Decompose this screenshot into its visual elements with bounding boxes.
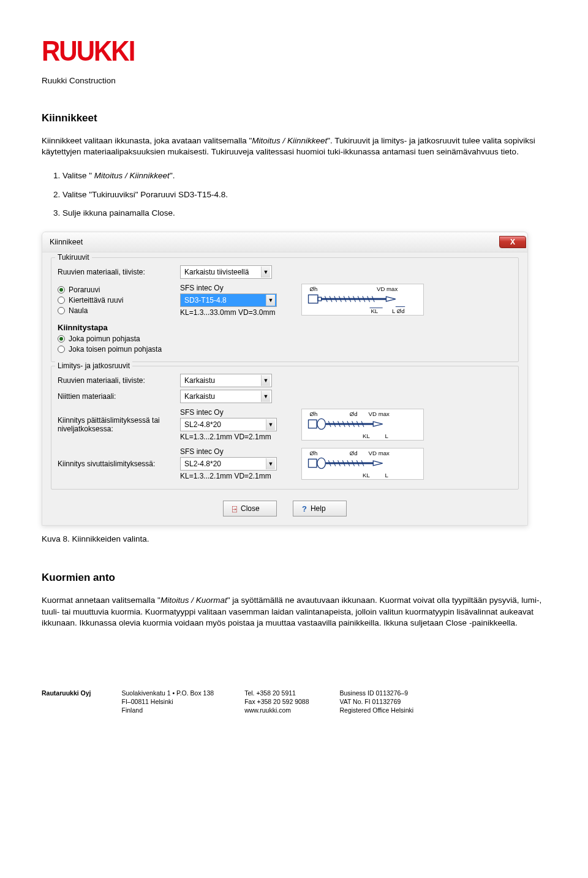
- step-3: Sulje ikkuna painamalla Close.: [62, 206, 546, 221]
- svg-text:VD max: VD max: [369, 411, 390, 417]
- footer-line: Fax +358 20 592 9088: [244, 697, 309, 706]
- close-icon: X: [510, 238, 515, 246]
- chevron-down-icon: ▼: [261, 267, 270, 278]
- label-sivuttaislimitys: Kiinnitys sivuttaislimityksessä:: [58, 460, 180, 468]
- diag-label-oh: Øh: [309, 286, 317, 292]
- logo: RUUKKI: [42, 36, 546, 68]
- group-limitys: Limitys- ja jatkosruuvit Ruuvien materia…: [51, 366, 519, 490]
- body2-italic: Mitoitus / Kuormat: [160, 596, 227, 605]
- combo-value: Karkaistu: [184, 376, 215, 385]
- label-paittaislimitys: Kiinnitys päittäislimityksessä tai nivel…: [58, 416, 180, 434]
- label-sfs-1: SFS intec Oy: [180, 284, 224, 292]
- step-1: Valitse " Mitoitus / Kiinnikkeet".: [62, 168, 546, 183]
- section-title-kiinnikkeet: Kiinnikkeet: [42, 112, 546, 124]
- step-1-pre: Valitse ": [62, 171, 94, 180]
- radio-naula[interactable]: Naula: [58, 306, 180, 315]
- door-exit-icon: ⍈: [232, 504, 237, 513]
- step-3-text: Sulje ikkuna painamalla Close.: [62, 208, 175, 218]
- svg-text:Øh: Øh: [309, 450, 317, 456]
- svg-marker-31: [373, 422, 382, 427]
- footer-line: VAT No. FI 01132769: [340, 697, 414, 706]
- step-2: Valitse "Tukiruuviksi" Poraruuvi SD3-T15…: [62, 187, 546, 202]
- figure-caption: Kuva 8. Kiinnikkeiden valinta.: [42, 534, 546, 543]
- label-ruuvien-materiaali-1: Ruuvien materiaali, tiiviste:: [58, 268, 180, 276]
- radio-icon: [58, 297, 65, 304]
- section-title-kuormien-anto: Kuormien anto: [42, 572, 546, 584]
- label-dim-3: KL=1.3...2.1mm VD=2.1mm: [180, 472, 271, 480]
- footer-line: Registered Office Helsinki: [340, 706, 414, 714]
- help-button[interactable]: ? Help: [293, 501, 347, 517]
- footer-line: Suolakivenkatu 1 • P.O. Box 138: [122, 689, 214, 697]
- steps-list: Valitse " Mitoitus / Kiinnikkeet". Valit…: [62, 168, 546, 221]
- chevron-down-icon: ▼: [266, 295, 275, 306]
- radio-icon: [58, 307, 65, 314]
- label-sfs-2: SFS intec Oy: [180, 408, 224, 417]
- close-button[interactable]: ⍈ Close: [223, 501, 277, 517]
- combo-value: SL2-4.8*20: [184, 420, 221, 429]
- radio-icon: [58, 335, 65, 342]
- svg-rect-1: [318, 297, 322, 301]
- combo-screw-model-2[interactable]: SL2-4.8*20 ▼: [180, 418, 277, 431]
- group-limitys-label: Limitys- ja jatkosruuvit: [55, 361, 132, 370]
- page-footer: Rautaruukki Oyj Suolakivenkatu 1 • P.O. …: [0, 689, 588, 715]
- label-dim-1: KL=1.3...33.0mm VD=3.0mm: [180, 308, 275, 317]
- footer-line: FI–00811 Helsinki: [122, 697, 214, 706]
- svg-text:Ød: Ød: [350, 411, 358, 417]
- screw-diagram-1: Øh VD max: [301, 284, 424, 316]
- combo-screw-model-3[interactable]: SL2-4.8*20 ▼: [180, 457, 277, 471]
- screw-diagram-3: Øh Ød VD max: [301, 448, 424, 480]
- step-1-italic: Mitoitus / Kiinnikkeet: [94, 171, 170, 180]
- label-ruuvien-materiaali-2: Ruuvien materiaali, tiiviste:: [58, 376, 180, 385]
- dialog-title: Kiinnikeet: [50, 238, 83, 246]
- radio-label: Joka toisen poimun pohjasta: [69, 345, 162, 354]
- combo-ruuvien-materiaali-2[interactable]: Karkaistu ▼: [180, 374, 272, 387]
- radio-joka-poimun[interactable]: Joka poimun pohjasta: [58, 335, 512, 343]
- help-icon: ?: [302, 504, 307, 513]
- group-tukiruuvit-label: Tukiruuvit: [55, 253, 92, 262]
- footer-contact: Tel. +358 20 5911 Fax +358 20 592 9088 w…: [244, 689, 309, 715]
- dialog-kiinnikkeet: Kiinnikeet X Tukiruuvit Ruuvien materiaa…: [42, 232, 528, 526]
- close-button-label: Close: [241, 504, 260, 513]
- footer-line: Tel. +358 20 5911: [244, 689, 309, 697]
- chevron-down-icon: ▼: [266, 458, 275, 469]
- radio-icon: [58, 346, 65, 353]
- svg-rect-0: [309, 295, 318, 303]
- combo-ruuvien-materiaali-1[interactable]: Karkaistu tiivisteellä ▼: [180, 265, 272, 279]
- footer-line: Business ID 0113276–9: [340, 689, 414, 697]
- radio-joka-toisen[interactable]: Joka toisen poimun pohjasta: [58, 345, 512, 354]
- svg-text:Ød: Ød: [350, 450, 358, 456]
- radio-label: Naula: [69, 306, 88, 315]
- footer-line: Finland: [122, 706, 214, 714]
- subheading-kiinnitystapa: Kiinnitystapa: [58, 323, 512, 332]
- radio-poraruuvi[interactable]: Poraruuvi: [58, 286, 180, 294]
- radio-kierteittava[interactable]: Kierteittävä ruuvi: [58, 296, 180, 305]
- step-2-text: Valitse "Tukiruuviksi" Poraruuvi SD3-T15…: [62, 190, 228, 199]
- kuormien-anto-paragraph: Kuormat annetaan valitsemalla "Mitoitus …: [42, 595, 546, 629]
- group-tukiruuvit: Tukiruuvit Ruuvien materiaali, tiiviste:…: [51, 257, 519, 362]
- radio-label: Joka poimun pohjasta: [69, 335, 140, 343]
- combo-value: Karkaistu: [184, 392, 215, 401]
- svg-point-21: [317, 419, 325, 430]
- label-dim-2: KL=1.3...2.1mm VD=2.1mm: [180, 433, 271, 441]
- combo-niittien-materiaali[interactable]: Karkaistu ▼: [180, 390, 272, 403]
- footer-legal: Business ID 0113276–9 VAT No. FI 0113276…: [340, 689, 414, 715]
- diag-label-od: Ød: [397, 308, 405, 314]
- help-button-label: Help: [311, 504, 326, 513]
- diag-label-vdmax: VD max: [377, 286, 398, 292]
- combo-value: Karkaistu tiivisteellä: [184, 268, 249, 276]
- chevron-down-icon: ▼: [266, 419, 275, 430]
- footer-address: Suolakivenkatu 1 • P.O. Box 138 FI–00811…: [122, 689, 214, 715]
- svg-text:KL: KL: [363, 472, 370, 479]
- footer-company: Rautaruukki Oyj: [42, 689, 91, 715]
- svg-text:Øh: Øh: [309, 411, 317, 417]
- step-1-post: ".: [170, 171, 175, 180]
- svg-text:VD max: VD max: [369, 450, 390, 456]
- combo-screw-model-1[interactable]: SD3-T15-4.8 ▼: [180, 293, 277, 307]
- radio-icon: [58, 286, 65, 293]
- svg-point-38: [317, 458, 325, 469]
- window-close-button[interactable]: X: [499, 236, 526, 248]
- intro-text-italic: Mitoitus / Kiinnikkeet: [252, 136, 327, 145]
- combo-value: SL2-4.8*20: [184, 460, 221, 468]
- chevron-down-icon: ▼: [261, 375, 270, 386]
- dialog-titlebar: Kiinnikeet X: [42, 232, 527, 252]
